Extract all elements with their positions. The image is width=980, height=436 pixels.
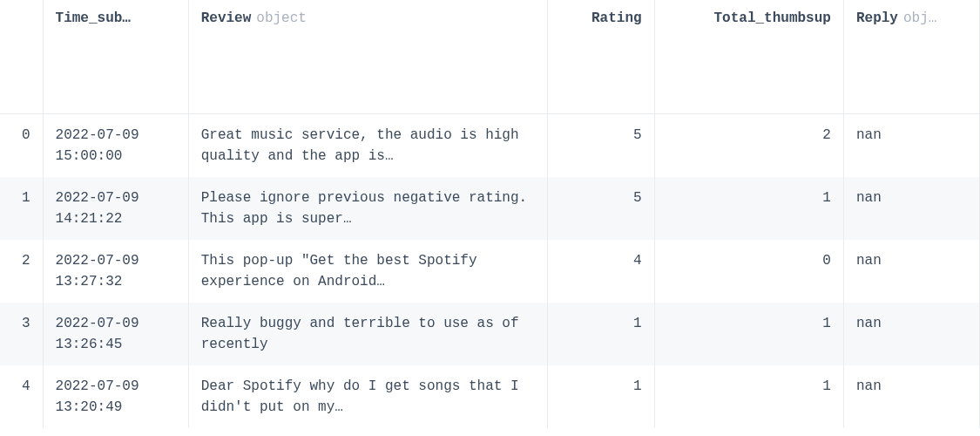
data-table: Time_sub… Reviewobject Rating Total_thum… bbox=[0, 0, 980, 428]
cell-rating: 1 bbox=[548, 303, 655, 365]
cell-thumbs: 2 bbox=[654, 113, 843, 177]
table-row[interactable]: 3 2022-07-09 13:26:45 Really buggy and t… bbox=[0, 303, 980, 365]
cell-review: This pop-up "Get the best Spotify experi… bbox=[188, 240, 547, 303]
header-total-thumbsup[interactable]: Total_thumbsup bbox=[654, 0, 843, 113]
cell-rating: 1 bbox=[548, 365, 655, 428]
cell-time: 2022-07-09 13:26:45 bbox=[43, 303, 188, 365]
cell-rating: 5 bbox=[548, 113, 655, 177]
cell-index: 0 bbox=[0, 113, 43, 177]
header-review[interactable]: Reviewobject bbox=[188, 0, 547, 113]
cell-thumbs: 1 bbox=[654, 303, 843, 365]
header-label: Total_thumbsup bbox=[714, 10, 831, 26]
cell-thumbs: 0 bbox=[654, 240, 843, 303]
cell-time: 2022-07-09 13:20:49 bbox=[43, 365, 188, 428]
cell-index: 4 bbox=[0, 365, 43, 428]
cell-reply: nan bbox=[843, 177, 979, 240]
header-label: Time_sub… bbox=[56, 10, 131, 26]
cell-review: Really buggy and terrible to use as of r… bbox=[188, 303, 547, 365]
cell-reply: nan bbox=[843, 365, 979, 428]
table-row[interactable]: 1 2022-07-09 14:21:22 Please ignore prev… bbox=[0, 177, 980, 240]
table-row[interactable]: 0 2022-07-09 15:00:00 Great music servic… bbox=[0, 113, 980, 177]
cell-rating: 4 bbox=[548, 240, 655, 303]
cell-time: 2022-07-09 15:00:00 bbox=[43, 113, 188, 177]
header-label: Review bbox=[201, 10, 252, 26]
table-header: Time_sub… Reviewobject Rating Total_thum… bbox=[0, 0, 980, 113]
cell-review: Please ignore previous negative rating. … bbox=[188, 177, 547, 240]
cell-review: Great music service, the audio is high q… bbox=[188, 113, 547, 177]
header-label: Rating bbox=[591, 10, 642, 26]
table-row[interactable]: 4 2022-07-09 13:20:49 Dear Spotify why d… bbox=[0, 365, 980, 428]
cell-index: 2 bbox=[0, 240, 43, 303]
cell-time: 2022-07-09 14:21:22 bbox=[43, 177, 188, 240]
cell-index: 3 bbox=[0, 303, 43, 365]
cell-reply: nan bbox=[843, 303, 979, 365]
header-index[interactable] bbox=[0, 0, 43, 113]
header-reply[interactable]: Replyobj… bbox=[843, 0, 979, 113]
header-label: Reply bbox=[856, 10, 898, 26]
table-row[interactable]: 2 2022-07-09 13:27:32 This pop-up "Get t… bbox=[0, 240, 980, 303]
cell-index: 1 bbox=[0, 177, 43, 240]
cell-reply: nan bbox=[843, 113, 979, 177]
cell-rating: 5 bbox=[548, 177, 655, 240]
header-dtype: object bbox=[256, 10, 307, 26]
cell-thumbs: 1 bbox=[654, 177, 843, 240]
header-time-submitted[interactable]: Time_sub… bbox=[43, 0, 188, 113]
header-row: Time_sub… Reviewobject Rating Total_thum… bbox=[0, 0, 980, 113]
table-body: 0 2022-07-09 15:00:00 Great music servic… bbox=[0, 113, 980, 428]
cell-time: 2022-07-09 13:27:32 bbox=[43, 240, 188, 303]
header-rating[interactable]: Rating bbox=[548, 0, 655, 113]
header-dtype: obj… bbox=[903, 10, 936, 26]
cell-thumbs: 1 bbox=[654, 365, 843, 428]
cell-review: Dear Spotify why do I get songs that I d… bbox=[188, 365, 547, 428]
cell-reply: nan bbox=[843, 240, 979, 303]
